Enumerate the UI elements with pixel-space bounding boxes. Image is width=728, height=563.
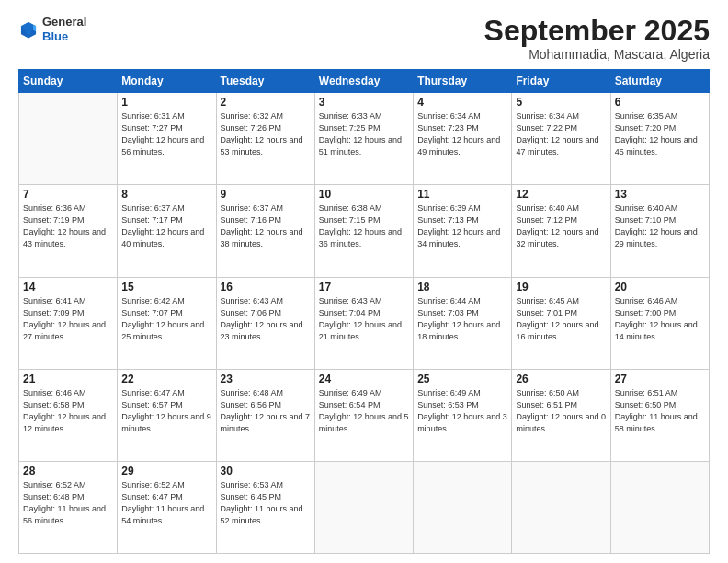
day-cell: 13Sunrise: 6:40 AM Sunset: 7:10 PM Dayli… bbox=[610, 185, 709, 277]
day-info: Sunrise: 6:40 AM Sunset: 7:12 PM Dayligh… bbox=[516, 202, 606, 250]
day-number: 16 bbox=[221, 281, 311, 293]
day-number: 10 bbox=[319, 188, 409, 201]
header: General Blue September 2025 Mohammadia, … bbox=[18, 15, 710, 62]
weekday-header: Sunday bbox=[19, 70, 118, 93]
location: Mohammadia, Mascara, Algeria bbox=[484, 47, 710, 62]
day-number: 26 bbox=[516, 373, 606, 385]
day-number: 19 bbox=[516, 281, 606, 293]
day-info: Sunrise: 6:32 AM Sunset: 7:26 PM Dayligh… bbox=[221, 110, 311, 158]
day-number: 14 bbox=[23, 281, 113, 293]
day-number: 18 bbox=[417, 281, 507, 293]
day-number: 20 bbox=[615, 281, 705, 293]
week-row: 1Sunrise: 6:31 AM Sunset: 7:27 PM Daylig… bbox=[19, 93, 710, 185]
day-cell: 1Sunrise: 6:31 AM Sunset: 7:27 PM Daylig… bbox=[118, 93, 216, 185]
day-number: 27 bbox=[615, 373, 705, 385]
day-cell: 30Sunrise: 6:53 AM Sunset: 6:45 PM Dayli… bbox=[216, 461, 314, 553]
day-cell: 4Sunrise: 6:34 AM Sunset: 7:23 PM Daylig… bbox=[414, 93, 512, 185]
day-cell bbox=[19, 93, 118, 185]
day-number: 29 bbox=[121, 465, 211, 477]
day-cell: 21Sunrise: 6:46 AM Sunset: 6:58 PM Dayli… bbox=[19, 369, 118, 461]
logo-text: General Blue bbox=[42, 15, 86, 43]
weekday-header: Wednesday bbox=[314, 70, 413, 93]
day-cell: 2Sunrise: 6:32 AM Sunset: 7:26 PM Daylig… bbox=[216, 93, 314, 185]
day-cell: 25Sunrise: 6:49 AM Sunset: 6:53 PM Dayli… bbox=[414, 369, 512, 461]
day-cell bbox=[610, 461, 709, 553]
weekday-header: Saturday bbox=[610, 70, 709, 93]
logo-blue: Blue bbox=[42, 29, 86, 44]
day-cell: 24Sunrise: 6:49 AM Sunset: 6:54 PM Dayli… bbox=[314, 369, 413, 461]
day-info: Sunrise: 6:43 AM Sunset: 7:04 PM Dayligh… bbox=[319, 295, 409, 343]
day-number: 2 bbox=[221, 96, 311, 109]
day-number: 13 bbox=[615, 188, 705, 201]
day-number: 5 bbox=[516, 96, 606, 109]
day-cell: 8Sunrise: 6:37 AM Sunset: 7:17 PM Daylig… bbox=[118, 185, 216, 277]
day-info: Sunrise: 6:45 AM Sunset: 7:01 PM Dayligh… bbox=[516, 295, 606, 343]
day-info: Sunrise: 6:49 AM Sunset: 6:53 PM Dayligh… bbox=[417, 387, 507, 435]
day-info: Sunrise: 6:33 AM Sunset: 7:25 PM Dayligh… bbox=[319, 110, 409, 158]
day-info: Sunrise: 6:44 AM Sunset: 7:03 PM Dayligh… bbox=[417, 295, 507, 343]
weekday-header: Thursday bbox=[414, 70, 512, 93]
day-number: 1 bbox=[121, 96, 211, 109]
day-number: 11 bbox=[417, 188, 507, 201]
day-cell: 9Sunrise: 6:37 AM Sunset: 7:16 PM Daylig… bbox=[216, 185, 314, 277]
day-number: 9 bbox=[221, 188, 311, 201]
day-cell: 6Sunrise: 6:35 AM Sunset: 7:20 PM Daylig… bbox=[610, 93, 709, 185]
day-info: Sunrise: 6:49 AM Sunset: 6:54 PM Dayligh… bbox=[319, 387, 409, 435]
day-number: 22 bbox=[121, 373, 211, 385]
week-row: 7Sunrise: 6:36 AM Sunset: 7:19 PM Daylig… bbox=[19, 185, 710, 277]
day-cell: 11Sunrise: 6:39 AM Sunset: 7:13 PM Dayli… bbox=[414, 185, 512, 277]
day-number: 15 bbox=[121, 281, 211, 293]
day-cell: 15Sunrise: 6:42 AM Sunset: 7:07 PM Dayli… bbox=[118, 277, 216, 369]
day-cell: 18Sunrise: 6:44 AM Sunset: 7:03 PM Dayli… bbox=[414, 277, 512, 369]
weekday-header: Tuesday bbox=[216, 70, 314, 93]
day-cell bbox=[512, 461, 610, 553]
title-block: September 2025 Mohammadia, Mascara, Alge… bbox=[484, 15, 710, 62]
day-number: 12 bbox=[516, 188, 606, 201]
day-number: 17 bbox=[319, 281, 409, 293]
day-cell: 27Sunrise: 6:51 AM Sunset: 6:50 PM Dayli… bbox=[610, 369, 709, 461]
logo-general: General bbox=[42, 15, 86, 29]
day-number: 30 bbox=[221, 465, 311, 477]
day-info: Sunrise: 6:52 AM Sunset: 6:47 PM Dayligh… bbox=[121, 479, 211, 527]
day-cell: 17Sunrise: 6:43 AM Sunset: 7:04 PM Dayli… bbox=[314, 277, 413, 369]
day-number: 23 bbox=[221, 373, 311, 385]
day-cell: 20Sunrise: 6:46 AM Sunset: 7:00 PM Dayli… bbox=[610, 277, 709, 369]
day-info: Sunrise: 6:36 AM Sunset: 7:19 PM Dayligh… bbox=[23, 202, 113, 250]
day-number: 7 bbox=[23, 188, 113, 201]
day-info: Sunrise: 6:42 AM Sunset: 7:07 PM Dayligh… bbox=[121, 295, 211, 343]
calendar-table: SundayMondayTuesdayWednesdayThursdayFrid… bbox=[18, 69, 710, 554]
week-row: 28Sunrise: 6:52 AM Sunset: 6:48 PM Dayli… bbox=[19, 461, 710, 553]
page: General Blue September 2025 Mohammadia, … bbox=[0, 0, 728, 563]
day-info: Sunrise: 6:39 AM Sunset: 7:13 PM Dayligh… bbox=[417, 202, 507, 250]
day-cell bbox=[314, 461, 413, 553]
day-info: Sunrise: 6:31 AM Sunset: 7:27 PM Dayligh… bbox=[121, 110, 211, 158]
day-cell: 7Sunrise: 6:36 AM Sunset: 7:19 PM Daylig… bbox=[19, 185, 118, 277]
logo-icon bbox=[18, 19, 39, 40]
day-cell: 26Sunrise: 6:50 AM Sunset: 6:51 PM Dayli… bbox=[512, 369, 610, 461]
day-cell: 16Sunrise: 6:43 AM Sunset: 7:06 PM Dayli… bbox=[216, 277, 314, 369]
day-info: Sunrise: 6:53 AM Sunset: 6:45 PM Dayligh… bbox=[221, 479, 311, 527]
day-cell bbox=[414, 461, 512, 553]
day-info: Sunrise: 6:35 AM Sunset: 7:20 PM Dayligh… bbox=[615, 110, 705, 158]
day-info: Sunrise: 6:41 AM Sunset: 7:09 PM Dayligh… bbox=[23, 295, 113, 343]
day-info: Sunrise: 6:43 AM Sunset: 7:06 PM Dayligh… bbox=[221, 295, 311, 343]
weekday-header: Monday bbox=[118, 70, 216, 93]
day-info: Sunrise: 6:34 AM Sunset: 7:22 PM Dayligh… bbox=[516, 110, 606, 158]
day-info: Sunrise: 6:48 AM Sunset: 6:56 PM Dayligh… bbox=[221, 387, 311, 435]
day-info: Sunrise: 6:51 AM Sunset: 6:50 PM Dayligh… bbox=[615, 387, 705, 435]
day-number: 8 bbox=[121, 188, 211, 201]
day-cell: 3Sunrise: 6:33 AM Sunset: 7:25 PM Daylig… bbox=[314, 93, 413, 185]
day-cell: 5Sunrise: 6:34 AM Sunset: 7:22 PM Daylig… bbox=[512, 93, 610, 185]
day-number: 24 bbox=[319, 373, 409, 385]
week-row: 14Sunrise: 6:41 AM Sunset: 7:09 PM Dayli… bbox=[19, 277, 710, 369]
week-row: 21Sunrise: 6:46 AM Sunset: 6:58 PM Dayli… bbox=[19, 369, 710, 461]
day-number: 3 bbox=[319, 96, 409, 109]
day-info: Sunrise: 6:47 AM Sunset: 6:57 PM Dayligh… bbox=[121, 387, 211, 435]
day-cell: 23Sunrise: 6:48 AM Sunset: 6:56 PM Dayli… bbox=[216, 369, 314, 461]
day-cell: 29Sunrise: 6:52 AM Sunset: 6:47 PM Dayli… bbox=[118, 461, 216, 553]
day-number: 4 bbox=[417, 96, 507, 109]
day-number: 6 bbox=[615, 96, 705, 109]
day-info: Sunrise: 6:38 AM Sunset: 7:15 PM Dayligh… bbox=[319, 202, 409, 250]
day-info: Sunrise: 6:52 AM Sunset: 6:48 PM Dayligh… bbox=[23, 479, 113, 527]
day-info: Sunrise: 6:46 AM Sunset: 6:58 PM Dayligh… bbox=[23, 387, 113, 435]
